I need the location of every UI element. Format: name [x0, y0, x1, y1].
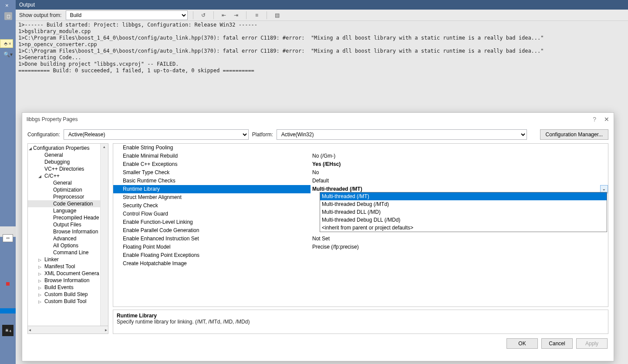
- property-value[interactable]: No (/Gm-): [311, 152, 608, 160]
- handle-icon[interactable]: ⇔: [3, 234, 13, 242]
- ok-button[interactable]: OK: [506, 338, 538, 349]
- tree-item[interactable]: Code Generation: [28, 200, 108, 207]
- help-title: Runtime Library: [117, 313, 604, 319]
- errors-badge[interactable]: ⛯₄: [2, 325, 14, 336]
- tree-item[interactable]: ▷Build Events: [28, 284, 108, 291]
- property-value[interactable]: Not Set: [311, 235, 608, 243]
- help-text: Specify runtime library for linking. (/M…: [117, 319, 604, 325]
- close-icon[interactable]: ✕: [604, 116, 609, 123]
- vertical-scrollbar[interactable]: ▴: [100, 144, 108, 326]
- tree-item[interactable]: All Options: [28, 242, 108, 249]
- tree-item[interactable]: Precompiled Heade: [28, 214, 108, 221]
- dropdown-option[interactable]: <inherit from parent or project defaults…: [320, 224, 607, 232]
- tree-item-label: Custom Build Tool: [44, 298, 87, 304]
- property-name: Enable Minimal Rebuild: [113, 152, 311, 160]
- property-grid: Enable String PoolingEnable Minimal Rebu…: [113, 143, 608, 307]
- tree-item-label: Custom Build Step: [44, 291, 88, 297]
- output-toolbar: Show output from: Build ↺ ⇤ ⇥ ≡ ▤: [16, 10, 628, 21]
- property-row[interactable]: Floating Point ModelPrecise (/fp:precise…: [113, 243, 608, 251]
- property-row[interactable]: Enable String Pooling: [113, 144, 608, 152]
- property-row[interactable]: Enable Minimal RebuildNo (/Gm-): [113, 152, 608, 160]
- property-value[interactable]: No: [311, 169, 608, 177]
- property-tree: ◢Configuration PropertiesGeneralDebuggin…: [27, 143, 108, 334]
- red-marker-icon: [6, 282, 10, 286]
- property-name: Enable Enhanced Instruction Set: [113, 235, 311, 243]
- tree-item-label: Build Events: [44, 284, 74, 290]
- dropdown-option[interactable]: Multi-threaded DLL (/MD): [320, 208, 607, 216]
- search-icon[interactable]: 🔍▾: [3, 51, 13, 57]
- configuration-label: Configuration:: [27, 131, 60, 138]
- tree-item[interactable]: Preprocessor: [28, 193, 108, 200]
- tree-item[interactable]: Command Line: [28, 249, 108, 256]
- output-text[interactable]: 1>------ Build started: Project: libbgs,…: [16, 21, 628, 75]
- property-value[interactable]: [311, 144, 608, 152]
- tree-item[interactable]: ▷XML Document Genera: [28, 270, 108, 277]
- tree-item-label: Preprocessor: [53, 194, 84, 200]
- configuration-manager-button[interactable]: Configuration Manager...: [540, 129, 608, 140]
- property-row[interactable]: Smaller Type CheckNo: [113, 169, 608, 177]
- property-value[interactable]: [311, 260, 608, 268]
- outdent-icon[interactable]: ⇤: [219, 11, 229, 20]
- property-name: Create Hotpatchable Image: [113, 260, 311, 268]
- output-source-select[interactable]: Build: [66, 10, 188, 20]
- separator: [246, 11, 246, 19]
- tree-item[interactable]: ▷Manifest Tool: [28, 263, 108, 270]
- property-row[interactable]: Enable C++ ExceptionsYes (/EHsc): [113, 160, 608, 169]
- user-avatar-icon[interactable]: ◻: [4, 12, 12, 20]
- tree-item[interactable]: General: [28, 179, 108, 186]
- tree-item-label: Configuration Properties: [33, 145, 89, 151]
- property-name: Enable C++ Exceptions: [113, 160, 311, 169]
- tree-item-label: Debugging: [44, 159, 70, 165]
- property-row[interactable]: Enable Enhanced Instruction SetNot Set: [113, 235, 608, 243]
- tree-item[interactable]: ◢Configuration Properties: [28, 145, 108, 152]
- tree-item[interactable]: VC++ Directories: [28, 165, 108, 172]
- tree-item[interactable]: Language: [28, 207, 108, 214]
- property-value[interactable]: [311, 251, 608, 260]
- tree-item[interactable]: Output Files: [28, 221, 108, 228]
- horizontal-scrollbar[interactable]: ◂▸: [28, 326, 108, 334]
- runtime-library-dropdown[interactable]: Multi-threaded (/MT)Multi-threaded Debug…: [320, 192, 607, 232]
- tree-item[interactable]: ▷Linker: [28, 256, 108, 263]
- configuration-select[interactable]: Active(Release): [64, 129, 249, 140]
- indent-icon[interactable]: ⇥: [231, 11, 241, 20]
- property-value[interactable]: Default: [311, 177, 608, 185]
- tree-item[interactable]: ▷Custom Build Step: [28, 291, 108, 298]
- close-icon[interactable]: ×: [5, 2, 9, 9]
- platform-label: Platform:: [252, 131, 273, 138]
- property-name: Runtime Library: [113, 185, 311, 193]
- tree-item[interactable]: ◢C/C++: [28, 172, 108, 179]
- dropdown-option[interactable]: Multi-threaded (/MT): [320, 192, 607, 200]
- separator: [267, 11, 267, 19]
- property-row[interactable]: Create Hotpatchable Image: [113, 260, 608, 268]
- property-value[interactable]: Yes (/EHsc): [311, 160, 608, 169]
- property-value[interactable]: Precise (/fp:precise): [311, 243, 608, 251]
- blue-status: [0, 308, 16, 313]
- property-name: Enable Floating Point Exceptions: [113, 251, 311, 260]
- tree-item-label: VC++ Directories: [44, 166, 84, 172]
- tree-item[interactable]: Debugging: [28, 158, 108, 165]
- tree-item[interactable]: General: [28, 152, 108, 158]
- property-name: Basic Runtime Checks: [113, 177, 311, 185]
- tree-item[interactable]: Browse Information: [28, 228, 108, 235]
- dropdown-option[interactable]: Multi-threaded Debug (/MTd): [320, 200, 607, 208]
- help-icon[interactable]: ?: [593, 116, 596, 123]
- property-row[interactable]: Basic Runtime ChecksDefault: [113, 177, 608, 185]
- platform-select[interactable]: Active(Win32): [277, 129, 527, 140]
- word-wrap-icon[interactable]: ≡: [252, 11, 261, 20]
- tree-item-label: General: [53, 180, 72, 186]
- settings-icon[interactable]: ▤: [272, 11, 282, 20]
- dropdown-option[interactable]: Multi-threaded Debug DLL (/MDd): [320, 216, 607, 224]
- clear-output-icon[interactable]: ↺: [199, 11, 208, 20]
- tree-item[interactable]: Advanced: [28, 235, 108, 242]
- pinned-tab[interactable]: ⬘ ×: [0, 39, 13, 48]
- dialog-titlebar: libbgs Property Pages ? ✕: [22, 113, 614, 126]
- separator: [193, 11, 193, 19]
- tree-item[interactable]: ▷Browse Information: [28, 277, 108, 284]
- tree-item[interactable]: ▷Custom Build Tool: [28, 298, 108, 305]
- property-help-panel: Runtime Library Specify runtime library …: [113, 310, 608, 334]
- dialog-buttons: OK Cancel Apply: [22, 334, 614, 353]
- tree-item[interactable]: Optimization: [28, 186, 108, 193]
- property-row[interactable]: Enable Floating Point Exceptions: [113, 251, 608, 260]
- apply-button: Apply: [576, 338, 608, 349]
- cancel-button[interactable]: Cancel: [541, 338, 573, 349]
